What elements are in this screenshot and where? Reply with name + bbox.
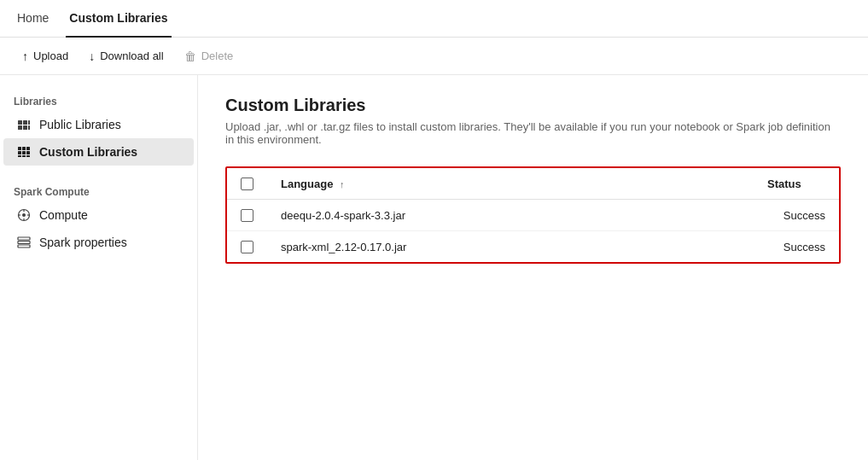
svg-point-16 <box>22 213 26 217</box>
nav-home[interactable]: Home <box>14 0 52 38</box>
sidebar-item-spark-properties[interactable]: Spark properties <box>3 229 194 256</box>
sort-arrow-icon: ↑ <box>340 179 345 189</box>
nav-custom-libraries[interactable]: Custom Libraries <box>66 0 171 38</box>
svg-rect-9 <box>18 151 21 154</box>
compute-icon <box>17 208 31 222</box>
page-title: Custom Libraries <box>225 96 841 115</box>
table-row: deequ-2.0.4-spark-3.3.jar Success <box>227 200 839 231</box>
toolbar: ↑ Upload ↓ Download all 🗑 Delete <box>0 38 868 75</box>
table-row: spark-xml_2.12-0.17.0.jar Success <box>227 231 839 263</box>
spark-properties-icon <box>17 236 31 249</box>
svg-rect-1 <box>23 120 27 125</box>
svg-rect-21 <box>18 237 30 240</box>
sidebar-item-public-libraries[interactable]: Public Libraries <box>3 111 194 138</box>
delete-icon: 🗑 <box>184 49 196 63</box>
main-layout: Libraries Public Libraries <box>0 75 868 460</box>
svg-rect-0 <box>18 120 22 125</box>
row-checkbox-cell <box>227 200 267 231</box>
svg-rect-5 <box>28 125 30 130</box>
libraries-section-label: Libraries <box>0 89 197 111</box>
svg-rect-11 <box>26 151 30 154</box>
header-language[interactable]: Language ↑ <box>267 168 754 200</box>
svg-rect-13 <box>22 155 26 157</box>
svg-rect-4 <box>28 120 30 125</box>
table-header-row: Language ↑ Status <box>227 168 839 200</box>
custom-libraries-label: Custom Libraries <box>39 145 137 159</box>
svg-rect-14 <box>26 155 30 157</box>
top-nav: Home Custom Libraries <box>0 0 868 38</box>
svg-rect-10 <box>22 151 26 154</box>
public-libraries-label: Public Libraries <box>39 118 121 131</box>
upload-icon: ↑ <box>22 49 28 63</box>
upload-button[interactable]: ↑ Upload <box>14 45 77 67</box>
spark-properties-label: Spark properties <box>39 236 127 249</box>
content-area: Custom Libraries Upload .jar, .whl or .t… <box>198 75 868 460</box>
svg-rect-23 <box>18 245 30 247</box>
row-checkbox-0[interactable] <box>241 209 253 222</box>
svg-rect-22 <box>18 242 30 244</box>
sidebar-item-custom-libraries[interactable]: Custom Libraries <box>3 138 194 166</box>
sidebar-item-compute[interactable]: Compute <box>3 201 194 229</box>
row-filename: spark-xml_2.12-0.17.0.jar <box>267 231 754 263</box>
custom-libraries-icon <box>17 145 31 159</box>
libraries-table-container: Language ↑ Status deequ-2.0.4-spark-3.3.… <box>225 166 841 264</box>
sidebar: Libraries Public Libraries <box>0 75 198 460</box>
svg-rect-2 <box>18 125 22 130</box>
row-checkbox-1[interactable] <box>241 241 253 253</box>
svg-rect-6 <box>18 147 21 150</box>
download-icon: ↓ <box>89 49 95 63</box>
spark-section-label: Spark Compute <box>0 179 197 201</box>
page-description: Upload .jar, .whl or .tar.gz files to in… <box>225 120 841 146</box>
header-checkbox-cell <box>227 168 267 200</box>
svg-rect-7 <box>22 147 26 150</box>
libraries-table: Language ↑ Status deequ-2.0.4-spark-3.3.… <box>227 168 839 262</box>
header-status: Status <box>754 168 839 200</box>
svg-rect-8 <box>26 147 30 150</box>
row-checkbox-cell <box>227 231 267 263</box>
row-filename: deequ-2.0.4-spark-3.3.jar <box>267 200 754 231</box>
row-status: Success <box>754 231 839 263</box>
svg-rect-3 <box>23 125 27 130</box>
public-libraries-icon <box>17 118 31 131</box>
download-all-button[interactable]: ↓ Download all <box>80 45 172 67</box>
compute-label: Compute <box>39 208 88 222</box>
select-all-checkbox[interactable] <box>241 178 253 190</box>
svg-rect-12 <box>18 155 21 157</box>
row-status: Success <box>754 200 839 231</box>
delete-button[interactable]: 🗑 Delete <box>176 45 242 67</box>
